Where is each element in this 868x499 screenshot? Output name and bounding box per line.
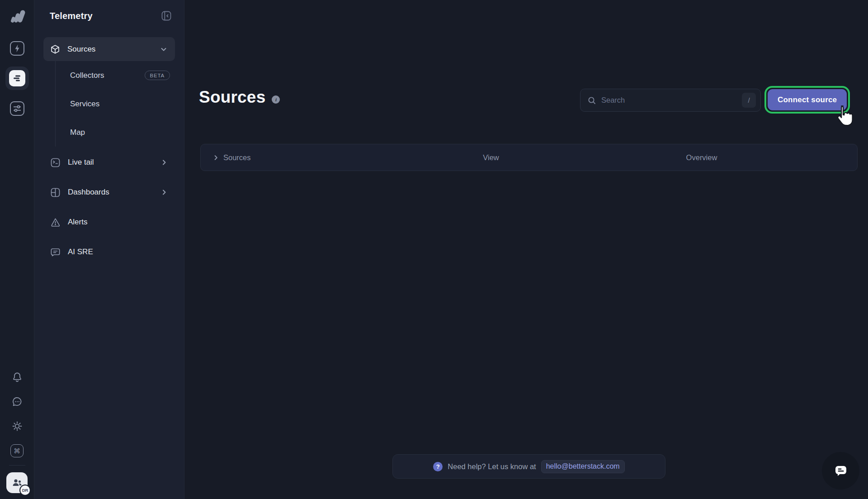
sources-sub-list: Collectors BETA Services Map <box>55 61 175 147</box>
search-input[interactable] <box>601 96 742 105</box>
sidebar-item-sources[interactable]: Sources <box>43 37 175 61</box>
sidebar-item-ai-sre[interactable]: AI SRE <box>43 240 175 264</box>
table-header-overview: Overview <box>686 144 717 171</box>
chevron-down-icon <box>160 45 168 53</box>
chevron-right-icon <box>160 189 168 196</box>
support-email-link[interactable]: hello@betterstack.com <box>541 460 625 473</box>
theme-sun-icon[interactable] <box>11 420 24 432</box>
chat-bubble-icon <box>832 462 849 480</box>
sidebar-title: Telemetry <box>50 11 93 21</box>
sidebar: Telemetry Sources Collectors BETA <box>34 0 184 499</box>
sub-item-label: Services <box>70 100 99 109</box>
terminal-icon <box>50 157 61 168</box>
collapse-sidebar-icon[interactable] <box>160 10 172 22</box>
icon-rail: ⌘ DR <box>0 0 34 499</box>
column-label: Sources <box>223 153 251 162</box>
info-icon[interactable]: i <box>272 95 280 104</box>
chat-widget-button[interactable] <box>822 452 859 489</box>
rail-divider <box>9 465 25 466</box>
sub-item-label: Collectors <box>70 71 104 80</box>
page-title-row: Sources i <box>199 88 280 107</box>
sidebar-main-nav: Live tail Dashboards <box>43 151 175 264</box>
sidebar-header: Telemetry <box>34 0 184 22</box>
command-icon[interactable]: ⌘ <box>10 444 24 457</box>
telemetry-rail-item-active[interactable] <box>5 67 29 90</box>
sidebar-item-collectors[interactable]: Collectors BETA <box>70 61 175 90</box>
sidebar-item-label: Sources <box>67 45 95 54</box>
help-message: Need help? Let us know at <box>448 462 536 471</box>
sidebar-item-alerts[interactable]: Alerts <box>43 210 175 234</box>
search-icon <box>587 96 596 105</box>
sidebar-item-live-tail[interactable]: Live tail <box>43 151 175 174</box>
uptime-lightning-icon[interactable] <box>9 41 25 56</box>
feedback-chat-icon[interactable] <box>11 395 24 408</box>
table-header-view: View <box>483 144 499 171</box>
beta-badge: BETA <box>145 71 170 80</box>
sidebar-item-label: Dashboards <box>68 188 109 197</box>
sub-item-label: Map <box>70 128 85 137</box>
page-title: Sources <box>199 88 265 107</box>
sliders-icon[interactable] <box>9 101 25 116</box>
question-icon: ? <box>433 462 443 471</box>
user-initials-badge: DR <box>19 485 31 496</box>
table-header-sources[interactable]: Sources <box>212 144 251 171</box>
rail-bottom-group: ⌘ DR <box>6 371 28 499</box>
sidebar-item-label: Alerts <box>68 218 87 227</box>
chevron-right-icon <box>160 159 168 166</box>
sidebar-nav: Sources Collectors BETA Services Map <box>34 22 184 264</box>
sidebar-item-label: AI SRE <box>68 247 93 257</box>
sidebar-item-dashboards[interactable]: Dashboards <box>43 181 175 204</box>
logs-icon <box>9 70 25 86</box>
sources-table-header: Sources View Overview <box>200 144 858 171</box>
sidebar-item-label: Live tail <box>68 158 94 167</box>
column-label: View <box>483 153 499 162</box>
column-label: Overview <box>686 153 717 162</box>
alert-triangle-icon <box>50 217 61 228</box>
bell-icon[interactable] <box>11 371 24 384</box>
help-bar: ? Need help? Let us know at hello@better… <box>392 454 665 479</box>
search-box[interactable]: / <box>580 89 761 112</box>
chevron-right-icon <box>212 154 219 161</box>
betterstack-logo-icon[interactable] <box>7 6 28 27</box>
account-avatar[interactable]: DR <box>6 472 28 493</box>
connect-source-button[interactable]: Connect source <box>768 89 847 110</box>
highlight-ring: Connect source <box>764 86 850 114</box>
message-lines-icon <box>50 247 61 257</box>
sidebar-item-services[interactable]: Services <box>70 90 175 118</box>
cube-icon <box>50 44 60 54</box>
slash-shortcut-key: / <box>742 93 756 108</box>
sidebar-item-map[interactable]: Map <box>70 118 175 147</box>
main-content: Sources i / Connect source Sources View … <box>184 0 868 499</box>
dashboard-panes-icon <box>50 187 61 198</box>
